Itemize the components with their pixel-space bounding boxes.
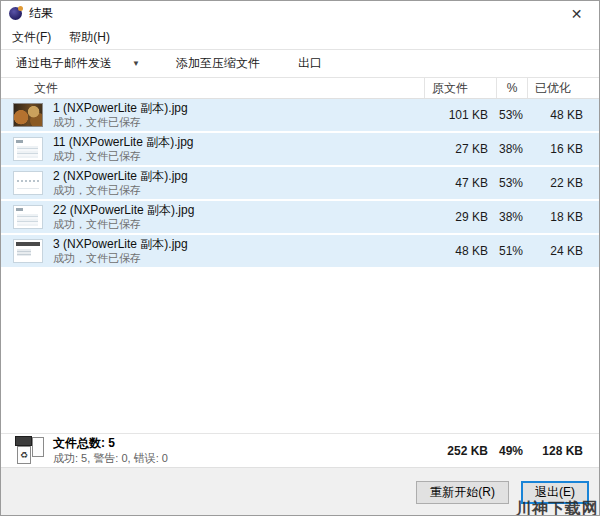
export-button[interactable]: 出口 <box>287 50 333 77</box>
file-name: 22 (NXPowerLite 副本).jpg <box>53 203 194 218</box>
original-size: 101 KB <box>424 108 496 122</box>
restart-button[interactable]: 重新开始(R) <box>416 481 509 504</box>
file-name: 3 (NXPowerLite 副本).jpg <box>53 237 188 252</box>
footer-bar: 重新开始(R) 退出(E) <box>1 467 599 516</box>
menu-help[interactable]: 帮助(H) <box>60 26 119 49</box>
add-to-archive-button[interactable]: 添加至压缩文件 <box>165 50 271 77</box>
column-header-original[interactable]: 原文件 <box>424 78 496 98</box>
table-row[interactable]: 11 (NXPowerLite 副本).jpg 成功，文件已保存 27 KB 3… <box>1 133 599 165</box>
file-status: 成功，文件已保存 <box>53 184 188 198</box>
column-header-percent[interactable]: % <box>496 78 527 98</box>
toolbar: 通过电子邮件发送 ▼ 添加至压缩文件 出口 <box>1 49 599 78</box>
total-optimized-size: 128 KB <box>527 444 599 458</box>
title-bar: 结果 ✕ <box>1 1 599 26</box>
file-status: 成功，文件已保存 <box>53 218 194 232</box>
percent-value: 51% <box>496 244 527 258</box>
file-thumbnail <box>13 137 43 161</box>
file-thumbnail <box>13 171 43 195</box>
list-empty-area <box>1 269 599 433</box>
column-header-optimized[interactable]: 已优化 <box>527 78 599 98</box>
file-status: 成功，文件已保存 <box>53 116 188 130</box>
send-email-button[interactable]: 通过电子邮件发送 <box>5 50 123 77</box>
file-status: 成功，文件已保存 <box>53 252 188 266</box>
menu-file[interactable]: 文件(F) <box>3 26 60 49</box>
file-thumbnail <box>13 103 43 127</box>
percent-value: 53% <box>496 108 527 122</box>
close-button[interactable]: ✕ <box>554 1 599 26</box>
optimized-size: 22 KB <box>527 176 599 190</box>
file-list: 1 (NXPowerLite 副本).jpg 成功，文件已保存 101 KB 5… <box>1 99 599 433</box>
app-logo-icon <box>9 7 22 20</box>
file-status: 成功，文件已保存 <box>53 150 194 164</box>
file-name: 11 (NXPowerLite 副本).jpg <box>53 135 194 150</box>
summary-bar: 文件总数: 5 成功: 5, 警告: 0, 错误: 0 252 KB 49% 1… <box>1 433 599 467</box>
table-row[interactable]: 2 (NXPowerLite 副本).jpg 成功，文件已保存 47 KB 53… <box>1 167 599 199</box>
list-header: 文件 原文件 % 已优化 <box>1 78 599 99</box>
table-row[interactable]: 3 (NXPowerLite 副本).jpg 成功，文件已保存 48 KB 51… <box>1 235 599 267</box>
optimized-size: 18 KB <box>527 210 599 224</box>
total-percent: 49% <box>496 444 527 458</box>
close-icon: ✕ <box>571 6 583 22</box>
column-header-file[interactable]: 文件 <box>1 78 424 98</box>
original-size: 47 KB <box>424 176 496 190</box>
chevron-down-icon: ▼ <box>132 59 140 68</box>
file-name: 2 (NXPowerLite 副本).jpg <box>53 169 188 184</box>
table-row[interactable]: 1 (NXPowerLite 副本).jpg 成功，文件已保存 101 KB 5… <box>1 99 599 131</box>
files-stack-icon <box>15 436 45 465</box>
file-thumbnail <box>13 239 43 263</box>
file-thumbnail <box>13 205 43 229</box>
percent-value: 53% <box>496 176 527 190</box>
exit-button[interactable]: 退出(E) <box>521 481 589 504</box>
optimized-size: 16 KB <box>527 142 599 156</box>
original-size: 29 KB <box>424 210 496 224</box>
window-title: 结果 <box>29 5 53 22</box>
total-files-label: 文件总数: 5 <box>53 436 424 452</box>
percent-value: 38% <box>496 142 527 156</box>
file-name: 1 (NXPowerLite 副本).jpg <box>53 101 188 116</box>
percent-value: 38% <box>496 210 527 224</box>
total-original-size: 252 KB <box>424 444 496 458</box>
result-breakdown-label: 成功: 5, 警告: 0, 错误: 0 <box>53 451 424 465</box>
table-row[interactable]: 22 (NXPowerLite 副本).jpg 成功，文件已保存 29 KB 3… <box>1 201 599 233</box>
menu-bar: 文件(F) 帮助(H) <box>1 26 599 49</box>
optimized-size: 48 KB <box>527 108 599 122</box>
results-window: 结果 ✕ 文件(F) 帮助(H) 通过电子邮件发送 ▼ 添加至压缩文件 出口 文… <box>0 0 600 516</box>
original-size: 27 KB <box>424 142 496 156</box>
send-email-dropdown[interactable]: ▼ <box>123 50 149 77</box>
original-size: 48 KB <box>424 244 496 258</box>
optimized-size: 24 KB <box>527 244 599 258</box>
